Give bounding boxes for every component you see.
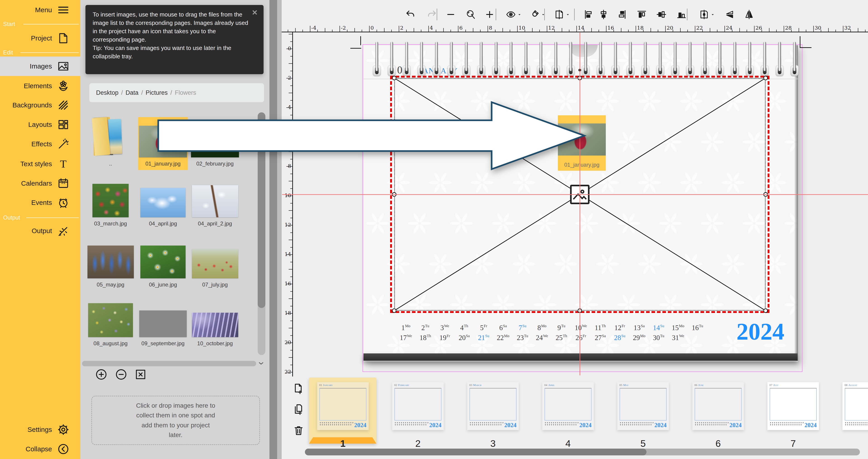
zoom-out-icon[interactable] [445,9,456,20]
file-tile[interactable]: 06_june.jpg [139,240,187,299]
sidebar-item-settings[interactable]: Settings [0,420,80,439]
calendar-icon: 31 [57,177,69,189]
page-thumbnail[interactable]: 06June2024 [692,382,744,430]
vertical-ruler: 0246810121416182022 [282,32,296,376]
page-thumbnail[interactable]: 05May2024 [617,382,669,430]
file-tile[interactable]: 08_august.jpg [86,299,135,358]
sidebar-item-calendars[interactable]: Calendars31 [0,174,80,193]
sidebar-item-elements[interactable]: Elements [0,76,80,96]
ruler-tick [606,26,607,32]
collapse-tray-chevron[interactable] [257,359,265,367]
ruler-tick [362,30,362,32]
page-thumbnail-year: 2024 [730,422,742,429]
page-number[interactable]: 7 [767,438,819,449]
panel-hscrollbar[interactable] [82,361,256,366]
sidebar-item-effects[interactable]: Effects [0,134,80,154]
breadcrumb-item[interactable]: Data [126,89,138,96]
close-icon[interactable] [251,8,258,16]
page-spread-icon[interactable] [554,9,564,20]
file-tile[interactable]: 07_july.jpg [191,240,239,299]
flip-horizontal-icon[interactable] [744,9,754,20]
page-thumbnail[interactable]: 08August2024 [842,382,868,430]
breadcrumb-item[interactable]: Pictures [146,89,168,96]
page-number[interactable]: 5 [617,438,669,449]
page-thumbnail-title: 04April [544,383,555,387]
calendar-date: 3We [435,324,454,332]
page-number[interactable]: 4 [542,438,594,449]
file-tile[interactable]: 02_february.jpg [191,113,239,172]
calendar-date: 17We [396,334,415,342]
file-tile[interactable]: .. [86,113,135,172]
page-thumbnail-year: 2024 [429,422,441,429]
page-thumbnail[interactable]: 01January2024 [317,382,369,430]
add-page-icon[interactable] [293,383,304,394]
sidebar-item-output[interactable]: Output [0,221,80,241]
delete-page-icon[interactable] [293,425,304,436]
sidebar-item-label: Events [31,199,52,207]
align-bottom-icon[interactable] [676,9,687,20]
image-collection-tray[interactable]: Click or drop images here tocollect them… [91,396,260,445]
ruler-tick [290,174,292,174]
page-thumbnail[interactable]: 07July2024 [767,382,819,430]
zoom-fit-icon[interactable] [465,9,476,20]
align-left-icon[interactable] [583,9,594,20]
sidebar-item-text-styles[interactable]: Text stylesT [0,154,80,174]
align-top-icon[interactable] [637,9,647,20]
selection-handle[interactable] [763,308,768,313]
flip-vertical-icon[interactable] [724,9,735,20]
align-center-v-icon[interactable] [656,9,666,20]
clear-selection-icon[interactable] [134,368,147,381]
page-thumbnail[interactable]: 03March2024 [467,382,519,430]
sidebar-item-layouts[interactable]: Layouts [0,115,80,134]
zoom-in-icon[interactable] [485,9,495,20]
page-number[interactable]: 2 [392,438,444,449]
page-number[interactable]: 6 [692,438,744,449]
sidebar-menu-button[interactable]: Menu [0,0,80,20]
chevron-down-icon[interactable] [518,13,522,17]
chevron-down-icon[interactable] [711,13,715,17]
ruler-label: 0 [282,45,291,51]
pages-scrollbar-thumb[interactable] [305,449,647,455]
ruler-tick [658,30,658,32]
selection-handle[interactable] [392,76,397,80]
sidebar-item-project[interactable]: Project [0,29,80,48]
selection-handle[interactable] [392,308,397,313]
page-thumbnail[interactable]: 04April2024 [542,382,594,430]
ruler-tick [458,26,458,32]
ruler-tick [724,26,725,32]
sidebar-section-label: Start [3,21,15,27]
center-page-icon[interactable] [699,9,709,20]
breadcrumb[interactable]: Desktop/Data/Pictures/Flowers [89,83,264,102]
zoom-in-circle-icon[interactable] [95,368,107,381]
file-tile[interactable]: 04_april.jpg [139,179,187,237]
sidebar-section-header: Edit [0,49,80,56]
file-tile[interactable]: 03_march.jpg [86,179,135,237]
zoom-out-circle-icon[interactable] [115,368,127,381]
page-number[interactable]: 3 [467,438,519,449]
file-tile[interactable]: 10_october.jpg [191,299,239,358]
ruler-label: 12 [282,222,291,228]
file-tile[interactable]: 09_september.jpg [139,299,187,358]
file-tile[interactable]: 01_january.jpg [139,113,187,172]
sidebar-item-events[interactable]: Events [0,193,80,212]
page-thumbnail[interactable]: 02February2024 [392,382,444,430]
snap-icon[interactable] [529,9,540,20]
align-right-icon[interactable] [617,9,627,20]
panel-scrollbar-thumb[interactable] [258,112,266,308]
breadcrumb-item[interactable]: Desktop [96,89,119,96]
page-number[interactable]: 1 [317,438,369,449]
sidebar-item-images[interactable]: Images [0,57,80,76]
file-tile[interactable]: 05_may.jpg [86,240,135,299]
insert-page-icon[interactable] [293,404,304,415]
selection-handle[interactable] [763,76,768,80]
undo-icon[interactable] [405,9,416,20]
file-tile[interactable]: 04_april_2.jpg [191,179,239,237]
view-icon[interactable] [506,9,516,20]
ruler-tick [317,30,318,32]
sidebar-item-backgrounds[interactable]: Backgrounds [0,95,80,115]
dragged-image-thumbnail[interactable]: 01_january.jpg [558,115,606,171]
chevron-down-icon[interactable] [566,13,570,17]
sidebar-item-collapse[interactable]: Collapse [0,439,80,459]
ruler-tick [547,26,547,32]
align-center-h-icon[interactable] [598,9,609,20]
